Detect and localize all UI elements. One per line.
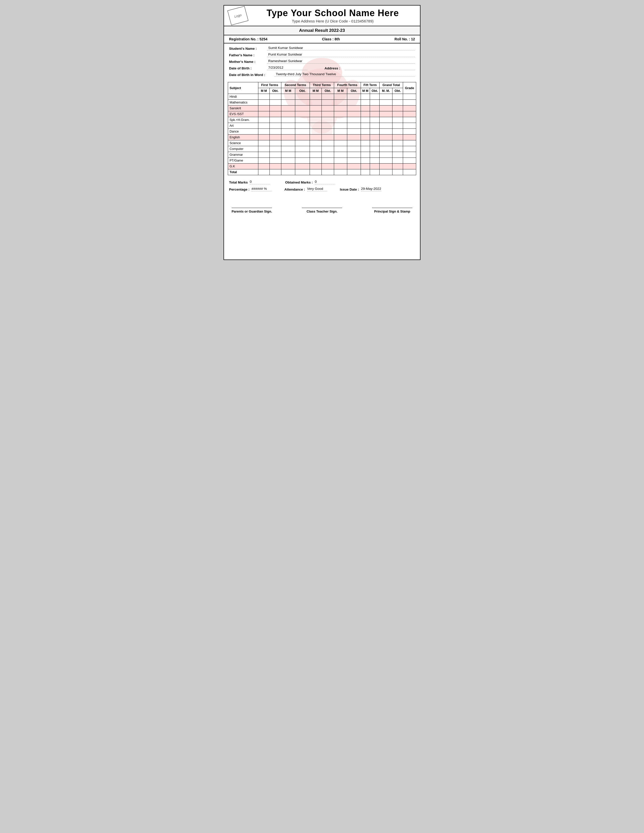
mark-cell: [281, 158, 295, 164]
dob-word-value: Twenty-third July Two Thousand Twelve: [275, 72, 415, 77]
th-obt-4: Obt.: [347, 88, 361, 94]
mark-cell: [380, 158, 393, 164]
principal-sig: Principal Sign & Stamp: [372, 208, 412, 213]
mark-cell: [258, 158, 270, 164]
mark-cell: [334, 164, 347, 169]
stats-row-1: Total Marks 0 Obtained Marks : 0: [229, 180, 415, 184]
grade-cell: [403, 169, 416, 175]
mark-cell: [281, 169, 295, 175]
table-row: Mathematics: [228, 100, 416, 106]
mark-cell: [393, 164, 403, 169]
mark-cell: [370, 123, 380, 129]
subject-cell: Art: [228, 123, 258, 129]
mark-cell: [322, 100, 334, 106]
school-info: Type Your School Name Here Type Address …: [251, 8, 415, 23]
mark-cell: [380, 135, 393, 140]
mark-cell: [322, 117, 334, 123]
marks-table-container: Subject First Terms Second Terms Third T…: [224, 80, 420, 177]
total-marks-item: Total Marks 0: [229, 180, 270, 184]
table-row: English: [228, 135, 416, 140]
subject-cell: Spk.+H.Gram.: [228, 117, 258, 123]
mark-cell: [281, 135, 295, 140]
mark-cell: [347, 135, 361, 140]
mark-cell: [361, 164, 370, 169]
marks-table: Subject First Terms Second Terms Third T…: [228, 82, 416, 175]
address-pair: Address :: [325, 66, 415, 70]
mark-cell: [310, 129, 322, 135]
mark-cell: [322, 94, 334, 100]
registration-row: Registration No. : 5254 Class : 8th Roll…: [224, 35, 420, 43]
mark-cell: [269, 135, 281, 140]
logo-text: Logo: [234, 13, 242, 18]
mark-cell: [310, 94, 322, 100]
mark-cell: [380, 100, 393, 106]
mark-cell: [281, 152, 295, 158]
subject-cell: Mathematics: [228, 100, 258, 106]
mark-cell: [269, 152, 281, 158]
mark-cell: [269, 129, 281, 135]
mark-cell: [393, 152, 403, 158]
mark-cell: [295, 100, 310, 106]
mark-cell: [281, 129, 295, 135]
mark-cell: [380, 106, 393, 111]
mark-cell: [334, 169, 347, 175]
roll-no: Roll No. : 12: [394, 37, 415, 41]
mark-cell: [281, 123, 295, 129]
mark-cell: [393, 169, 403, 175]
mark-cell: [361, 158, 370, 164]
mark-cell: [334, 129, 347, 135]
mark-cell: [334, 100, 347, 106]
table-row: Spk.+H.Gram.: [228, 117, 416, 123]
mark-cell: [380, 169, 393, 175]
mark-cell: [295, 106, 310, 111]
mark-cell: [380, 129, 393, 135]
grade-cell: [403, 146, 416, 152]
subject-cell: PT/Game: [228, 158, 258, 164]
mark-cell: [310, 146, 322, 152]
mark-cell: [380, 94, 393, 100]
mark-cell: [258, 152, 270, 158]
th-mm-1: M M: [258, 88, 270, 94]
mark-cell: [269, 94, 281, 100]
parent-sig: Parents or Guardian Sign.: [232, 208, 272, 213]
mark-cell: [393, 140, 403, 146]
mark-cell: [322, 123, 334, 129]
mark-cell: [295, 129, 310, 135]
dob-label: Date of Birth :: [229, 66, 267, 70]
signatures-section: Parents or Guardian Sign. Class Teacher …: [224, 198, 420, 217]
subject-cell: English: [228, 135, 258, 140]
student-name-label: Student's Name :: [229, 47, 267, 50]
mother-name-row: Mother's Name : Rameshwari Sunidwar: [229, 59, 415, 64]
mark-cell: [281, 140, 295, 146]
mark-cell: [295, 135, 310, 140]
mark-cell: [380, 123, 393, 129]
annual-result-title: Annual Result 2022-23: [299, 28, 345, 33]
grade-cell: [403, 135, 416, 140]
mark-cell: [380, 152, 393, 158]
mark-cell: [361, 129, 370, 135]
mark-cell: [281, 117, 295, 123]
mark-cell: [347, 111, 361, 117]
mark-cell: [380, 140, 393, 146]
mark-cell: [361, 146, 370, 152]
mark-cell: [295, 94, 310, 100]
mark-cell: [370, 169, 380, 175]
obtained-marks-value: 0: [315, 180, 335, 184]
mark-cell: [370, 106, 380, 111]
grade-cell: [403, 152, 416, 158]
table-row: Grammar: [228, 152, 416, 158]
mark-cell: [380, 146, 393, 152]
address-value: [345, 69, 415, 70]
th-third-terms: Third Terms: [310, 82, 334, 88]
mark-cell: [380, 117, 393, 123]
mark-cell: [281, 164, 295, 169]
th-mm-4: M M: [334, 88, 347, 94]
mark-cell: [281, 146, 295, 152]
attendance-label: Attendance :: [284, 188, 305, 191]
grade-cell: [403, 140, 416, 146]
th-first-terms: First Terms: [258, 82, 281, 88]
mark-cell: [310, 169, 322, 175]
mark-cell: [322, 129, 334, 135]
mark-cell: [334, 140, 347, 146]
th-mm-5: M M: [361, 88, 370, 94]
